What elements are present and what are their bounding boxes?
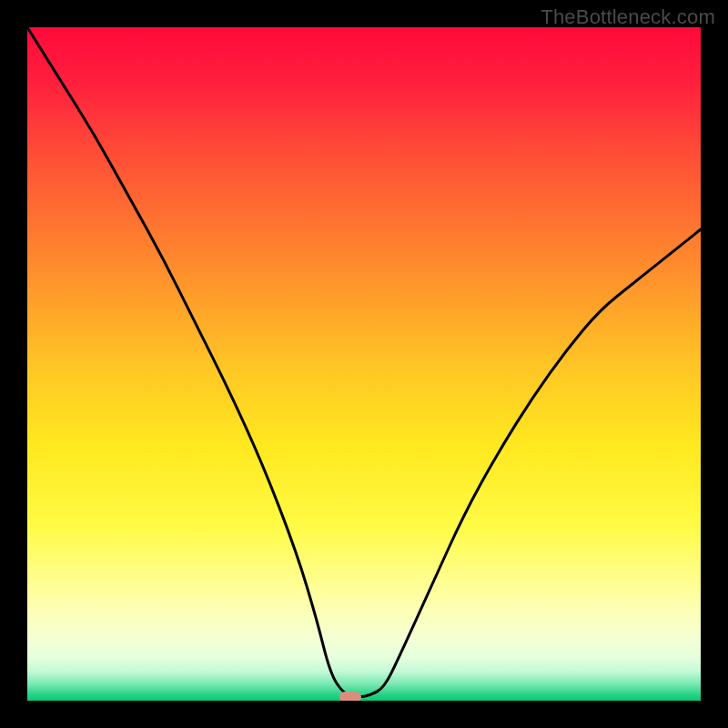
gradient-background [27,27,701,701]
optimum-marker [339,692,361,701]
chart-svg [27,27,701,701]
chart-frame: TheBottleneck.com [0,0,728,728]
plot-area [27,27,701,701]
watermark-text: TheBottleneck.com [541,5,715,29]
